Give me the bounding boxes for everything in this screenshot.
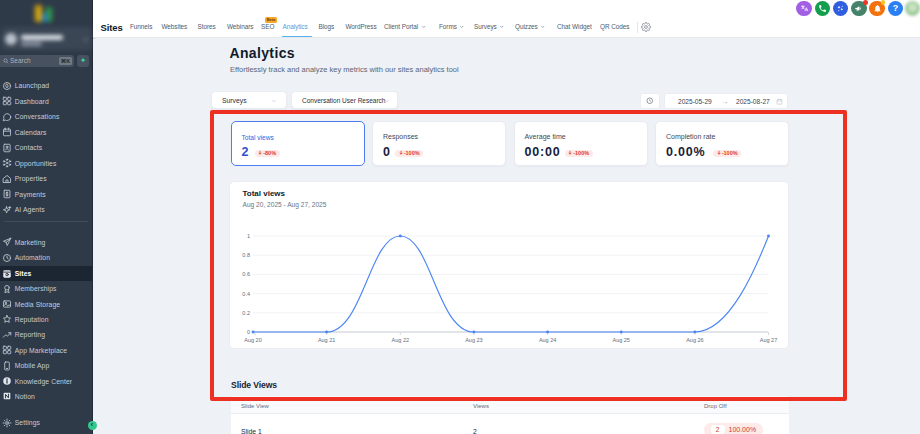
svg-text:Aug 20: Aug 20: [244, 337, 261, 343]
svg-text:Aug 27: Aug 27: [760, 337, 777, 343]
svg-text:Aug 21: Aug 21: [318, 337, 335, 343]
svg-text:Aug 22: Aug 22: [392, 337, 409, 343]
svg-text:Aug 23: Aug 23: [465, 337, 482, 343]
svg-text:Aug 25: Aug 25: [612, 337, 629, 343]
svg-text:0: 0: [247, 329, 250, 335]
svg-text:0.8: 0.8: [242, 252, 250, 258]
svg-text:Aug 26: Aug 26: [686, 337, 703, 343]
svg-text:0.4: 0.4: [242, 291, 250, 297]
svg-text:0.2: 0.2: [242, 310, 250, 316]
svg-text:Aug 24: Aug 24: [539, 337, 556, 343]
svg-text:1: 1: [247, 233, 250, 239]
svg-text:0.6: 0.6: [242, 271, 250, 277]
